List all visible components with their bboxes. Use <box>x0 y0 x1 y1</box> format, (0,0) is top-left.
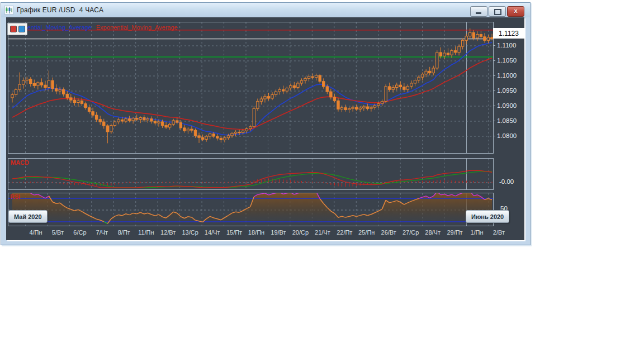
candlestick-chart[interactable] <box>8 22 493 153</box>
price-axis-label: 1.0850 <box>497 117 517 124</box>
minimize-icon <box>476 12 481 14</box>
window-title: График EUR /USD 4 ЧАСА <box>17 6 103 14</box>
rsi-chart[interactable] <box>8 193 493 226</box>
price-axis-tick <box>493 90 495 91</box>
date-axis-label: 12/Вт <box>160 229 176 236</box>
date-axis-label: 15/Пт <box>226 229 242 236</box>
date-axis-label: 1/Пн <box>470 229 483 236</box>
ma-legend-label: ential_Moving_Average <box>27 24 92 31</box>
date-axis-label: 20/Ср <box>292 229 309 236</box>
macd-zero-label: -0.00 <box>499 178 514 185</box>
legend: ential_Moving_AverageExponential_Moving_… <box>27 24 178 31</box>
price-chart-panel[interactable] <box>8 22 494 154</box>
macd-chart[interactable] <box>8 159 493 189</box>
date-axis-label: 8/Пт <box>118 229 130 236</box>
candlestick-chart-icon <box>4 6 13 15</box>
date-axis-label: 19/Вт <box>271 229 286 236</box>
date-axis-label: 5/Вт <box>52 229 64 236</box>
price-axis-tick <box>493 45 495 46</box>
maximize-button[interactable] <box>489 6 506 17</box>
macd-label: MACD <box>11 159 29 166</box>
month-button-june[interactable]: Июнь 2020 <box>466 210 509 223</box>
title-bar[interactable]: График EUR /USD 4 ЧАСА x <box>1 3 530 17</box>
date-axis-label: 11/Пн <box>138 229 154 236</box>
date-axis-label: 14/Чт <box>205 229 220 236</box>
price-axis-label: 1.0900 <box>497 102 517 109</box>
date-axis-label: 28/Чт <box>425 229 441 236</box>
date-axis-label: 26/Вт <box>381 229 396 236</box>
date-axis-label: 21/Чт <box>315 229 330 236</box>
price-axis-tick <box>493 60 495 61</box>
price-axis-tick <box>493 136 495 136</box>
price-axis-tick <box>493 121 495 121</box>
date-axis-label: 18/Пн <box>248 229 264 236</box>
close-button[interactable]: x <box>507 6 524 17</box>
month-button-may[interactable]: Май 2020 <box>8 210 48 223</box>
legend-blue-swatch[interactable] <box>18 26 25 32</box>
legend-toggle-box <box>7 23 27 35</box>
minimize-button[interactable] <box>470 6 487 17</box>
date-axis-label: 7/Чт <box>96 229 108 236</box>
date-axis-label: 22/Пт <box>337 229 352 236</box>
price-axis-label: 1.1050 <box>497 57 517 64</box>
maximize-icon <box>494 9 501 15</box>
price-axis-tick <box>493 75 495 76</box>
ema-legend-label: Exponential_Moving_Average <box>96 24 178 31</box>
date-axis-label: 4/Пн <box>29 229 42 236</box>
rsi-panel[interactable] <box>8 193 494 226</box>
date-axis-label: 29/Пт <box>447 229 462 236</box>
price-axis-label: 1.0950 <box>497 87 517 94</box>
price-axis-tick <box>493 106 495 106</box>
date-axis-label: 6/Ср <box>73 229 86 236</box>
chart-window: График EUR /USD 4 ЧАСА x ential_Moving_A… <box>1 2 531 245</box>
date-axis-label: 13/Ср <box>182 229 198 236</box>
price-axis-label: 1.1000 <box>497 72 517 79</box>
date-axis-label: 25/Пн <box>358 229 375 236</box>
chart-client-area: ential_Moving_AverageExponential_Moving_… <box>6 17 524 240</box>
macd-panel[interactable] <box>8 158 494 190</box>
price-axis-label: 1.0800 <box>497 132 517 139</box>
close-icon: x <box>508 7 524 14</box>
date-axis-label: 2/Вт <box>493 229 505 236</box>
date-axis-label: 27/Ср <box>402 229 419 236</box>
current-price-box: 1.1123 <box>493 28 524 39</box>
price-axis-label: 1.1100 <box>497 42 516 49</box>
legend-red-swatch[interactable] <box>10 26 17 32</box>
rsi-label: RSI <box>10 193 20 200</box>
